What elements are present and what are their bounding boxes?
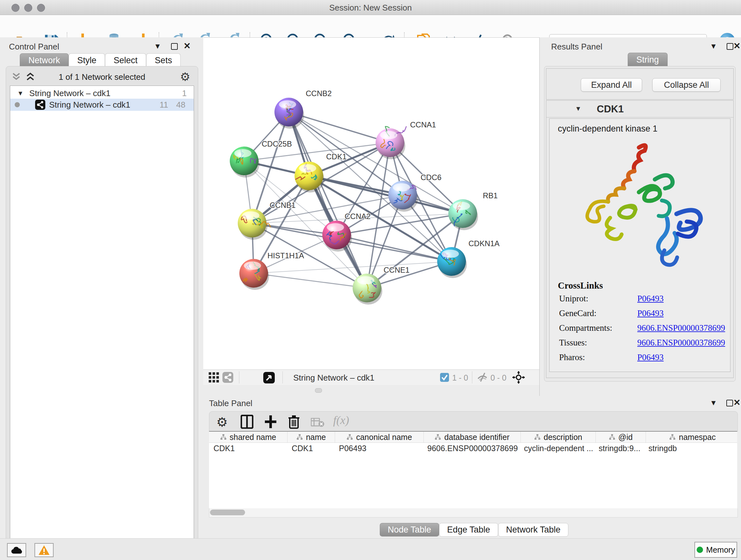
birds-eye-view-icon[interactable] (263, 372, 275, 383)
grid-view-icon[interactable] (208, 372, 219, 383)
node-CCNE1[interactable]: CCNE1 (353, 266, 409, 305)
table-panel: Table Panel ▾ ✕ ⚙ (203, 396, 741, 538)
table-cell[interactable]: P06493 (334, 443, 423, 454)
edge-CCNB2-RB1[interactable] (289, 112, 463, 213)
gene-section: ▼ CDK1 cyclin-dependent kinase 1 (546, 100, 734, 378)
collapse-triangle-icon[interactable]: ▼ (17, 90, 23, 97)
add-column-icon[interactable] (264, 415, 277, 429)
table-cell[interactable]: CDK1 (209, 443, 287, 454)
warnings-button[interactable] (35, 543, 54, 557)
column-header-shared-name[interactable]: shared name (209, 432, 287, 442)
float-panel-icon[interactable]: ▾ (711, 42, 716, 51)
results-panel-title: Results Panel (551, 42, 602, 52)
hidden-count: 0 - 0 (490, 373, 507, 382)
tab-edge-table[interactable]: Edge Table (439, 523, 498, 537)
node-CDKN1A[interactable]: CDKN1A (437, 239, 499, 278)
memory-button[interactable]: Memory (694, 542, 737, 558)
crosslink-link[interactable]: 9606.ENSP00000378699 (637, 338, 725, 348)
crosslink-link[interactable]: P06493 (637, 353, 664, 362)
collapse-triangle-icon[interactable]: ▼ (575, 105, 582, 112)
close-panel-icon[interactable]: ✕ (733, 42, 741, 51)
column-header-@id[interactable]: @id (596, 432, 646, 442)
show-columns-icon[interactable] (241, 415, 253, 429)
crosslink-link[interactable]: 9606.ENSP00000378699 (637, 323, 725, 333)
table-cell[interactable]: stringdb (644, 443, 737, 454)
scrollbar-thumb[interactable] (210, 509, 245, 515)
close-panel-icon[interactable]: ✕ (184, 42, 191, 51)
crosslink-row: GeneCard:P06493 (549, 308, 730, 323)
string-network-graph[interactable]: CCNB2CCNA1CDC25BCDK1CDC6RB1CCNB1CCNA2CDK… (203, 38, 539, 370)
tab-network[interactable]: Network (20, 53, 69, 67)
gene-section-content: cyclin-dependent kinase 1 (549, 118, 731, 372)
table-row[interactable]: CDK1CDK1P064939606.ENSP00000378699cyclin… (209, 443, 737, 454)
current-network-dot-icon (15, 102, 20, 107)
float-panel-icon[interactable]: ▾ (155, 42, 160, 51)
cloud-icon (11, 546, 22, 554)
collection-count: 1 (182, 88, 187, 98)
network-view-canvas[interactable]: CCNB2CCNA1CDC25BCDK1CDC6RB1CCNB1CCNA2CDK… (203, 37, 539, 370)
column-header-description[interactable]: description (521, 432, 596, 442)
control-panel-tabs: NetworkStyleSelectSets (20, 53, 181, 67)
gene-section-header[interactable]: ▼ CDK1 (546, 101, 733, 118)
node-label-CDKN1A: CDKN1A (468, 239, 499, 248)
node-table[interactable]: shared namenamecanonical namedatabase id… (209, 431, 737, 516)
fit-crosshair-icon[interactable] (512, 371, 525, 384)
column-type-icon (534, 434, 541, 440)
network-share-icon (35, 100, 45, 110)
tab-sets[interactable]: Sets (146, 53, 181, 67)
network-collection-row[interactable]: ▼ String Network – cdk1 1 (10, 88, 194, 99)
tab-select[interactable]: Select (105, 53, 146, 67)
hidden-eye-slash-icon[interactable] (477, 372, 488, 382)
column-header-namespac[interactable]: namespac (646, 432, 737, 442)
node-RB1[interactable]: RB1 (448, 191, 498, 230)
toolbar-separator (472, 371, 472, 383)
column-header-name[interactable]: name (287, 432, 335, 442)
main-toolbar: ? (0, 15, 741, 38)
maximize-panel-icon[interactable] (171, 43, 178, 51)
tab-network-table[interactable]: Network Table (498, 523, 569, 537)
column-type-icon (347, 434, 353, 440)
node-label-CCNA1: CCNA1 (410, 120, 436, 129)
node-label-CCNE1: CCNE1 (384, 266, 409, 274)
tab-string[interactable]: String (628, 53, 668, 67)
edge-CCNB2-CCNE1[interactable] (289, 112, 367, 288)
table-cell[interactable]: CDK1 (287, 443, 334, 454)
maximize-panel-icon[interactable] (727, 43, 733, 51)
column-type-icon (669, 434, 676, 440)
crosslink-row: Pharos:P06493 (549, 353, 730, 367)
delete-column-trash-icon[interactable] (288, 415, 300, 429)
cloud-button[interactable] (7, 543, 26, 557)
network-share-view-icon[interactable] (222, 372, 233, 383)
network-row-selected[interactable]: String Network – cdk1 11 48 (10, 99, 194, 111)
table-horizontal-scrollbar[interactable] (209, 508, 738, 517)
table-gear-icon[interactable]: ⚙ (216, 415, 228, 429)
gear-icon[interactable]: ⚙ (180, 70, 190, 84)
float-panel-icon[interactable]: ▾ (711, 398, 716, 407)
column-header-canonical-name[interactable]: canonical name (335, 432, 424, 442)
table-toolbar: ⚙ f(x) (209, 411, 738, 432)
expand-all-button[interactable]: Expand All (581, 78, 642, 91)
crosslink-link[interactable]: P06493 (637, 294, 664, 304)
collapse-all-button[interactable]: Collapse All (652, 78, 721, 91)
horizontal-splitter[interactable] (203, 385, 539, 396)
memory-status-dot (697, 547, 703, 553)
node-label-CDC25B: CDC25B (262, 139, 292, 148)
table-cell[interactable]: cyclin-dependent ... (520, 443, 594, 454)
edge-CCNE1-HIST1H1A[interactable] (254, 273, 367, 288)
table-cell[interactable]: stringdb:9... (594, 443, 644, 454)
node-label-CCNA2: CCNA2 (345, 212, 370, 221)
tab-node-table[interactable]: Node Table (380, 523, 439, 537)
selected-count: 1 - 0 (452, 373, 468, 382)
crosslink-link[interactable]: P06493 (637, 308, 664, 318)
network-edge-count: 48 (176, 100, 185, 110)
warning-icon (38, 545, 50, 555)
gene-description: cyclin-dependent kinase 1 (558, 124, 657, 134)
splitter-grip[interactable] (315, 388, 322, 393)
node-CCNA1[interactable]: CCNA1 (376, 120, 436, 159)
column-header-database-identifier[interactable]: database identifier (424, 432, 521, 442)
tab-style[interactable]: Style (69, 53, 105, 67)
maximize-panel-icon[interactable] (726, 400, 733, 408)
selected-checkbox-icon[interactable] (440, 373, 449, 382)
table-cell[interactable]: 9606.ENSP00000378699 (423, 443, 520, 454)
close-panel-icon[interactable]: ✕ (733, 398, 741, 407)
